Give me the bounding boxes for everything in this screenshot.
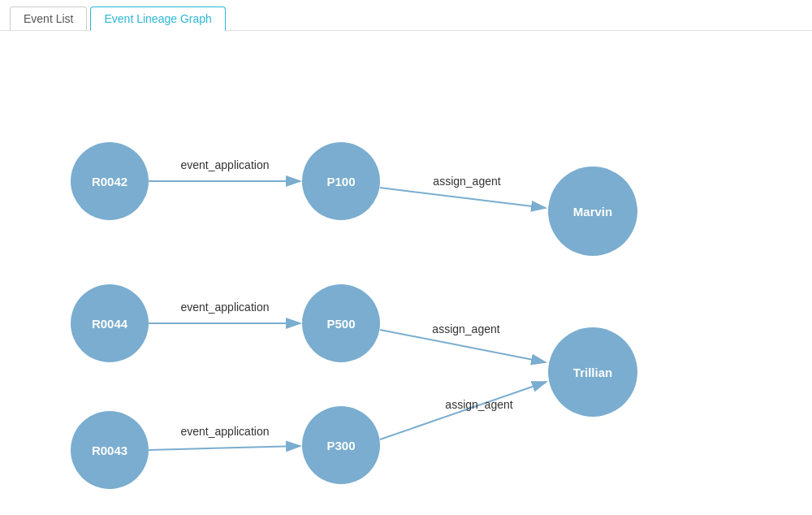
tab-bar: Event List Event Lineage Graph xyxy=(0,0,812,31)
edge-r0043-p300 xyxy=(149,446,300,450)
graph-container: event_application assign_agent event_app… xyxy=(0,31,812,510)
node-label-p500: P500 xyxy=(326,317,355,331)
node-label-r0044: R0044 xyxy=(92,317,128,331)
node-label-trillian: Trillian xyxy=(573,366,612,379)
node-label-marvin: Marvin xyxy=(573,205,612,219)
node-label-r0043: R0043 xyxy=(92,444,127,457)
tab-event-list[interactable]: Event List xyxy=(10,6,87,30)
node-label-p300: P300 xyxy=(326,439,355,452)
tab-event-lineage-graph[interactable]: Event Lineage Graph xyxy=(90,6,225,31)
graph-svg: event_application assign_agent event_app… xyxy=(0,31,812,510)
node-label-r0042: R0042 xyxy=(92,175,127,188)
edge-label-r0044-p500: event_application xyxy=(181,301,270,314)
edge-label-p300-trillian: assign_agent xyxy=(445,398,512,411)
edge-label-r0043-p300: event_application xyxy=(181,425,270,438)
edge-label-p500-trillian: assign_agent xyxy=(432,322,499,335)
edge-label-p100-marvin: assign_agent xyxy=(433,175,500,188)
node-label-p100: P100 xyxy=(326,175,355,188)
edge-p100-marvin xyxy=(380,188,546,208)
edge-label-r0042-p100: event_application xyxy=(181,158,270,171)
